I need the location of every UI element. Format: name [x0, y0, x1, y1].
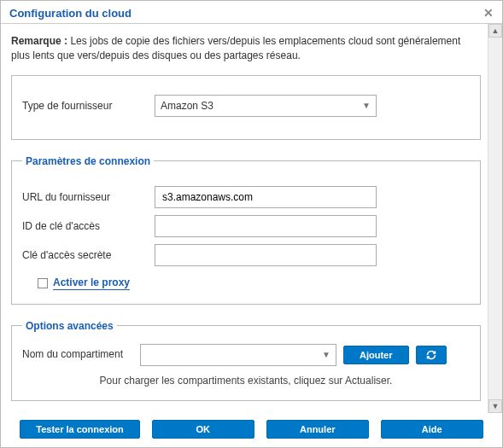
secret-row: Clé d'accès secrète: [22, 244, 470, 266]
connection-fieldset: Paramètres de connexion URL du fournisse…: [11, 155, 481, 305]
bucket-label: Nom du compartiment: [22, 348, 133, 362]
help-button[interactable]: Aide: [381, 420, 483, 439]
url-label: URL du fournisseur: [22, 191, 146, 203]
bucket-select[interactable]: ▼: [140, 344, 336, 366]
remark-label: Remarque :: [11, 35, 67, 47]
chevron-down-icon: ▼: [362, 101, 371, 110]
remark-body: Les jobs de copie des fichiers vers/depu…: [11, 35, 460, 61]
access-id-row: ID de clé d'accès: [22, 215, 470, 237]
access-id-input-wrap: [155, 215, 377, 237]
dialog-title: Configuration du cloud: [9, 7, 132, 20]
vendor-label: Type de fournisseur: [22, 100, 146, 112]
advanced-legend: Options avancées: [22, 320, 117, 332]
refresh-icon: [425, 350, 437, 360]
url-input[interactable]: [161, 190, 371, 204]
refresh-button[interactable]: [416, 346, 447, 364]
ok-button[interactable]: OK: [152, 420, 254, 439]
proxy-checkbox[interactable]: [38, 278, 48, 288]
bucket-row: Nom du compartiment ▼ Ajouter: [22, 344, 470, 366]
content-area: Remarque : Les jobs de copie des fichier…: [1, 24, 488, 413]
vendor-select-value: Amazon S3: [161, 100, 213, 112]
scroll-up-icon[interactable]: ▲: [488, 24, 502, 38]
vendor-row: Type de fournisseur Amazon S3 ▼: [22, 95, 470, 117]
advanced-fieldset: Options avancées Nom du compartiment ▼ A…: [11, 320, 481, 401]
secret-input-wrap: [155, 244, 377, 266]
remark-text: Remarque : Les jobs de copie des fichier…: [11, 34, 481, 63]
access-id-input[interactable]: [161, 219, 371, 233]
cancel-button[interactable]: Annuler: [266, 420, 369, 439]
dialog-footer: Tester la connexion OK Annuler Aide: [1, 413, 502, 447]
connection-legend: Paramètres de connexion: [22, 155, 154, 167]
secret-label: Clé d'accès secrète: [22, 249, 146, 261]
proxy-label[interactable]: Activer le proxy: [53, 276, 130, 290]
proxy-row: Activer le proxy: [38, 276, 470, 290]
url-input-wrap: [155, 186, 377, 208]
vendor-fieldset: Type de fournisseur Amazon S3 ▼: [11, 75, 481, 140]
close-icon[interactable]: ✕: [483, 6, 494, 20]
content-outer: Remarque : Les jobs de copie des fichier…: [1, 24, 502, 413]
vendor-select[interactable]: Amazon S3 ▼: [155, 95, 377, 117]
url-row: URL du fournisseur: [22, 186, 470, 208]
title-bar: Configuration du cloud ✕: [1, 1, 502, 24]
secret-input[interactable]: [161, 248, 371, 262]
scroll-down-icon[interactable]: ▼: [488, 399, 502, 413]
cloud-config-dialog: Configuration du cloud ✕ Remarque : Les …: [0, 0, 503, 448]
chevron-down-icon: ▼: [322, 350, 330, 359]
add-button[interactable]: Ajouter: [343, 346, 409, 364]
test-connection-button[interactable]: Tester la connexion: [20, 420, 140, 439]
scrollbar[interactable]: ▲ ▼: [488, 24, 502, 413]
access-id-label: ID de clé d'accès: [22, 220, 146, 232]
bucket-hint: Pour charger les compartiments existants…: [22, 375, 470, 387]
